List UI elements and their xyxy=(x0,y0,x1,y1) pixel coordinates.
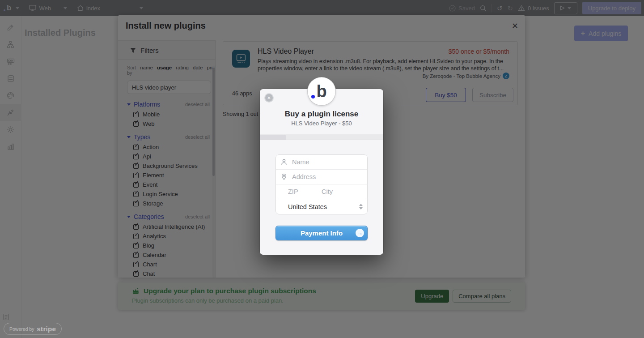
name-row xyxy=(276,155,367,170)
name-field[interactable] xyxy=(292,158,363,166)
city-field[interactable] xyxy=(322,188,368,195)
checkout-header-band xyxy=(260,134,383,140)
select-arrows-icon xyxy=(359,204,363,210)
zip-field[interactable] xyxy=(288,188,316,195)
billing-form: United States xyxy=(275,154,368,214)
person-icon xyxy=(280,158,288,166)
arrow-right-icon: → xyxy=(356,229,364,237)
stripe-checkout-modal: b ✕ Buy a plugin license HLS Video Playe… xyxy=(260,89,383,255)
close-icon[interactable]: ✕ xyxy=(264,93,274,103)
address-field[interactable] xyxy=(292,173,363,180)
logo-dot xyxy=(311,95,315,98)
address-row xyxy=(276,170,367,184)
screen: b Web index xyxy=(0,0,644,338)
country-select[interactable]: United States xyxy=(276,199,367,214)
checkout-subtitle: HLS Video Player - $50 xyxy=(260,120,383,127)
bubble-logo-badge: b xyxy=(308,77,335,105)
powered-by-stripe-badge[interactable]: Powered by stripe xyxy=(4,323,62,335)
map-pin-icon xyxy=(280,173,288,180)
stripe-logo: stripe xyxy=(37,325,56,333)
payment-info-button[interactable]: Payment Info → xyxy=(275,226,368,240)
checkout-title: Buy a plugin license xyxy=(260,110,383,119)
zip-city-row xyxy=(276,184,367,199)
